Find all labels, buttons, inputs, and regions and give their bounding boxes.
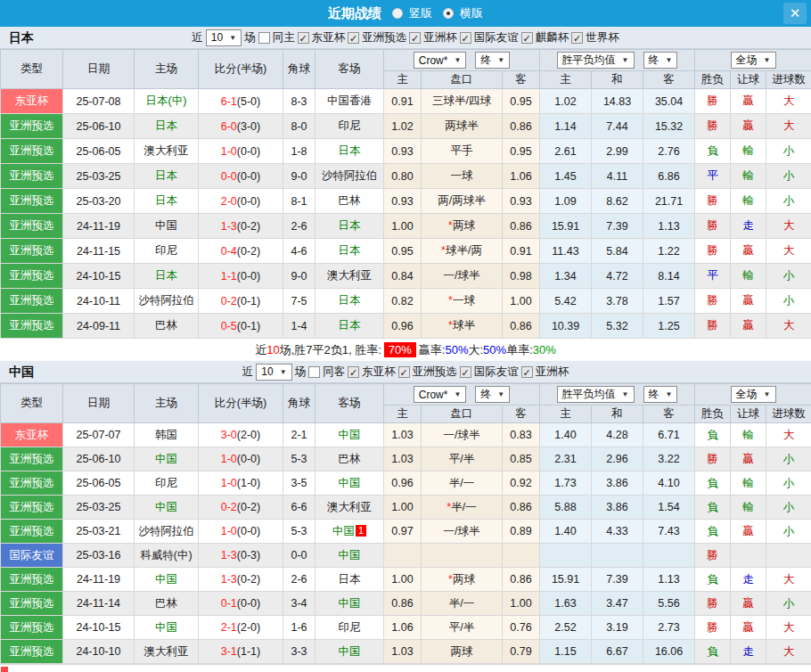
home-team-cell: 科威特(中) bbox=[135, 544, 199, 568]
odds-time-select[interactable]: 终▼ bbox=[475, 386, 510, 403]
cup-checkbox[interactable]: ✓ bbox=[298, 32, 309, 44]
home-team-cell: 中国 bbox=[135, 496, 199, 520]
odds-away-cell: 0.98 bbox=[503, 264, 540, 289]
avg-away-cell: 16.06 bbox=[643, 640, 695, 664]
handicap-cell: *两球 bbox=[422, 214, 503, 239]
same-venue-checkbox[interactable] bbox=[308, 366, 320, 378]
avg-away-cell: 5.56 bbox=[643, 592, 695, 616]
corner-cell: 5-3 bbox=[283, 447, 315, 471]
cup-checkbox[interactable]: ✓ bbox=[348, 32, 359, 44]
cup-checkbox[interactable]: ✓ bbox=[348, 366, 359, 378]
avg-home-cell bbox=[540, 544, 592, 568]
cup-checkbox[interactable]: ✓ bbox=[409, 32, 421, 44]
cup-checkbox[interactable]: ✓ bbox=[460, 366, 471, 378]
home-team-cell: 印尼 bbox=[135, 471, 199, 496]
page-title: 近期战绩 bbox=[328, 5, 381, 22]
match-type-cell: 东亚杯 bbox=[1, 89, 63, 114]
odds-home-cell: 1.03 bbox=[384, 447, 422, 471]
odds-away-cell: 0.83 bbox=[503, 423, 540, 447]
avg-home-cell: 5.88 bbox=[540, 496, 592, 520]
cup-checkbox[interactable]: ✓ bbox=[521, 32, 533, 44]
chevron-down-icon: ▼ bbox=[764, 390, 771, 398]
match-type-cell: 国际友谊 bbox=[1, 544, 63, 568]
score-cell: 1-3(0-2) bbox=[199, 568, 283, 592]
col-odds-home: 主 bbox=[384, 406, 422, 423]
away-team-cell: 沙特阿拉伯 bbox=[315, 164, 384, 189]
fulltime-score: 0-5 bbox=[221, 320, 237, 332]
chevron-down-icon: ▼ bbox=[666, 56, 673, 64]
halftime-score: (5-0) bbox=[237, 95, 260, 108]
chevron-down-icon: ▼ bbox=[622, 390, 629, 398]
goals-result-cell: 大 bbox=[766, 214, 811, 239]
goals-result-cell: 小 bbox=[766, 471, 811, 496]
winlose-result-cell: 勝 bbox=[695, 114, 731, 139]
corner-cell: 3-5 bbox=[283, 471, 315, 496]
score-cell: 3-1(1-1) bbox=[199, 640, 283, 664]
letgoal-result-cell: 輸 bbox=[731, 164, 766, 189]
col-date: 日期 bbox=[63, 50, 135, 89]
wdl-average-select[interactable]: 胜平负均值▼ bbox=[557, 386, 635, 403]
halftime-score: (0-0) bbox=[237, 270, 260, 283]
avg-time-select[interactable]: 终▼ bbox=[643, 52, 678, 69]
avg-draw-cell: 4.33 bbox=[592, 520, 643, 544]
bookmaker-select[interactable]: Crow*▼ bbox=[414, 52, 467, 69]
recent-count-select[interactable]: 10▼ bbox=[206, 29, 242, 46]
close-icon[interactable]: ✕ bbox=[783, 3, 807, 24]
cup-checkbox[interactable]: ✓ bbox=[460, 32, 471, 44]
corner-cell: 2-6 bbox=[283, 568, 315, 592]
recent-count-select[interactable]: 10▼ bbox=[256, 364, 291, 381]
horizontal-layout-radio[interactable] bbox=[443, 8, 454, 19]
away-team-cell: 中国 bbox=[315, 471, 384, 496]
cup-checkbox[interactable]: ✓ bbox=[521, 366, 533, 378]
wdl-average-select[interactable]: 胜平负均值▼ bbox=[557, 52, 635, 69]
col-goals: 进球数 bbox=[766, 406, 811, 423]
score-cell: 2-1(2-0) bbox=[199, 616, 283, 640]
home-team-cell: 中国 bbox=[135, 616, 199, 640]
odds-home-cell: 0.96 bbox=[384, 471, 422, 496]
home-team-cell: 韩国 bbox=[135, 423, 199, 447]
odds-home-cell: 0.93 bbox=[384, 139, 422, 164]
score-cell: 2-0(0-0) bbox=[199, 189, 283, 214]
letgoal-result-cell: 贏 bbox=[731, 239, 766, 264]
same-venue-checkbox[interactable] bbox=[258, 32, 270, 44]
avg-away-cell: 3.22 bbox=[643, 447, 695, 471]
cup-checkbox[interactable]: ✓ bbox=[571, 32, 583, 44]
odds-away-cell: 1.00 bbox=[503, 289, 540, 314]
winlose-result-cell: 負 bbox=[695, 496, 731, 520]
cup-checkbox[interactable]: ✓ bbox=[398, 366, 410, 378]
avg-home-cell: 15.91 bbox=[540, 214, 592, 239]
match-type-cell: 亚洲预选 bbox=[1, 592, 63, 616]
fulltime-score: 1-3 bbox=[221, 549, 237, 561]
match-date-cell: 24-09-11 bbox=[63, 314, 135, 339]
col-score: 比分(半场) bbox=[199, 50, 283, 89]
halftime-score: (0-1) bbox=[237, 320, 260, 332]
period-select[interactable]: 全场▼ bbox=[731, 52, 776, 69]
avg-home-cell: 15.91 bbox=[540, 568, 592, 592]
col-away: 客场 bbox=[315, 50, 384, 89]
chevron-down-icon: ▼ bbox=[454, 56, 461, 64]
odds-home-cell: 1.02 bbox=[384, 114, 422, 139]
score-cell: 0-2(0-1) bbox=[199, 289, 283, 314]
period-select[interactable]: 全场▼ bbox=[731, 386, 776, 403]
avg-group-header: 胜平负均值▼ 终▼ bbox=[540, 384, 695, 406]
match-date-cell: 25-03-25 bbox=[63, 164, 135, 189]
handicap-cell: *球半 bbox=[422, 314, 503, 339]
match-row: 亚洲预选24-10-15中国2-1(2-0)1-6印尼1.06平/半0.762.… bbox=[1, 616, 811, 640]
red-card-badge: 1 bbox=[356, 525, 366, 537]
col-avg-home: 主 bbox=[540, 406, 592, 423]
avg-time-select[interactable]: 终▼ bbox=[643, 386, 678, 403]
letgoal-result-cell: 走 bbox=[731, 214, 766, 239]
match-type-cell: 亚洲预选 bbox=[1, 520, 63, 544]
bookmaker-select[interactable]: Crow*▼ bbox=[414, 386, 467, 403]
home-team-cell: 中国 bbox=[135, 214, 199, 239]
odds-time-select[interactable]: 终▼ bbox=[475, 52, 510, 69]
cup-label: 东亚杯 bbox=[362, 365, 396, 380]
fulltime-score: 1-3 bbox=[221, 573, 237, 586]
avg-draw-cell: 2.96 bbox=[592, 447, 643, 471]
col-corner: 角球 bbox=[283, 384, 315, 423]
cup-label: 亚洲杯 bbox=[536, 365, 569, 380]
match-date-cell: 25-07-08 bbox=[63, 89, 135, 114]
vertical-layout-radio[interactable] bbox=[392, 8, 403, 19]
goals-result-cell: 大 bbox=[766, 640, 811, 664]
match-date-cell: 25-03-21 bbox=[63, 520, 135, 544]
